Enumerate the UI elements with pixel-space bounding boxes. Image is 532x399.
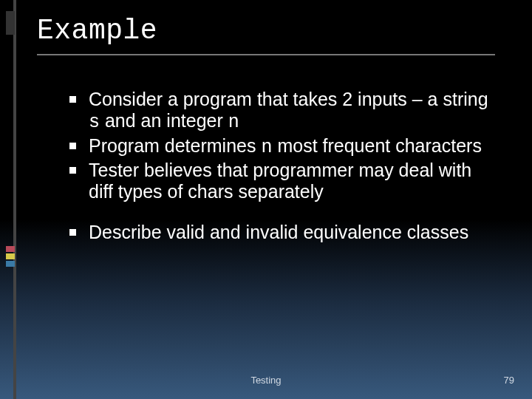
bullet-text: and an integer: [100, 110, 228, 131]
title-block: Example: [37, 15, 510, 55]
side-line: [13, 0, 16, 399]
side-yellow-block: [6, 253, 15, 259]
bullet-text: Program determines: [89, 135, 261, 156]
title-underline: [37, 54, 495, 55]
bullet-group-2: Describe valid and invalid equivalence c…: [68, 222, 497, 243]
footer-label: Testing: [0, 375, 532, 386]
bullet-text: Describe valid and invalid equivalence c…: [89, 222, 468, 242]
mono-text: n: [261, 137, 272, 158]
bullet-item: Describe valid and invalid equivalence c…: [68, 222, 497, 243]
footer-page-number: 79: [504, 375, 514, 386]
bullet-text: most frequent characters: [272, 135, 481, 156]
side-dark-block: [6, 11, 15, 35]
slide-title: Example: [37, 15, 510, 47]
bullet-group-1: Consider a program that takes 2 inputs –…: [68, 89, 497, 202]
bullet-item: Tester believes that programmer may deal…: [68, 160, 497, 202]
side-red-block: [6, 246, 15, 252]
mono-text: s: [89, 112, 100, 133]
bullet-item: Program determines n most frequent chara…: [68, 135, 497, 159]
side-decoration: [0, 0, 21, 399]
bullet-text: Tester believes that programmer may deal…: [89, 160, 471, 202]
mono-text: n: [228, 112, 239, 133]
side-blue-block: [6, 261, 15, 267]
bullet-item: Consider a program that takes 2 inputs –…: [68, 89, 497, 134]
body: Consider a program that takes 2 inputs –…: [68, 89, 497, 262]
bullet-text: Consider a program that takes 2 inputs –…: [89, 89, 488, 109]
slide: Example Consider a program that takes 2 …: [0, 0, 532, 399]
